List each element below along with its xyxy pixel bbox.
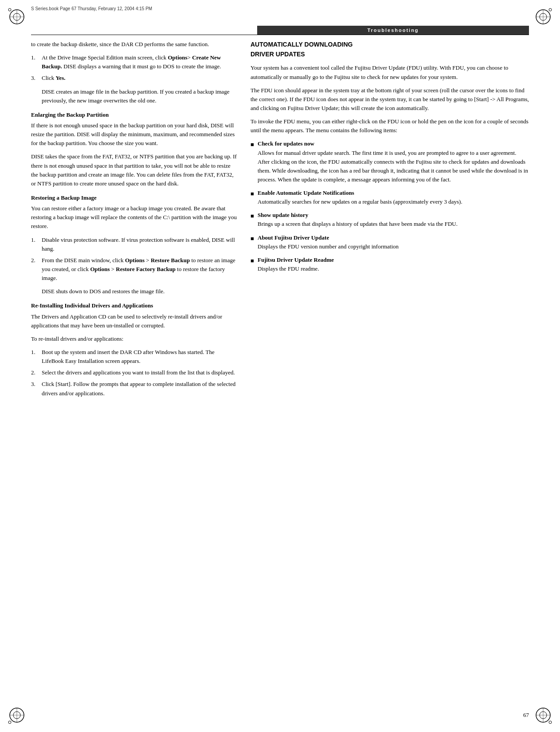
section-heading-enlarge: Enlarging the Backup Partition <box>31 110 237 119</box>
list-num: 1. <box>31 348 39 366</box>
bullet-content: Show update history Brings up a screen t… <box>258 211 529 228</box>
list-item: ■ About Fujitsu Driver Update Displays t… <box>251 233 529 251</box>
list-num: 1. <box>31 53 39 71</box>
section3-intro: To re-install drivers and/or application… <box>31 335 237 343</box>
list-content: Disable virus protection software. If vi… <box>42 236 237 253</box>
bullet-title: About Fujitsu Driver Update <box>258 234 329 241</box>
list-content: Select the drivers and applications you … <box>42 368 237 377</box>
corner-decoration-tr <box>534 8 552 26</box>
list-content: Boot up the system and insert the DAR CD… <box>42 348 237 366</box>
list-item: ■ Show update history Brings up a screen… <box>251 211 529 228</box>
right-intro-para2: The FDU icon should appear in the system… <box>251 86 529 113</box>
list-item: ■ Fujitsu Driver Update Readme Displays … <box>251 256 529 273</box>
bullet-body: Displays the FDU version number and copy… <box>258 243 399 250</box>
list-item: 2. Select the drivers and applications y… <box>31 368 237 377</box>
list-item: 3. Click [Start]. Follow the prompts tha… <box>31 380 237 397</box>
right-intro-para1: Your system has a convenient tool called… <box>251 63 529 81</box>
corner-decoration-bl <box>8 706 26 724</box>
bullet-title: Check for updates now <box>258 140 314 147</box>
header-bar: Troubleshooting <box>257 26 529 35</box>
bullet-title: Show update history <box>258 212 308 218</box>
sub-para-1: DISE creates an image file in the backup… <box>42 87 237 105</box>
right-main-heading: AUTOMATICALLY DOWNLOADING DRIVER UPDATES <box>251 40 529 59</box>
list-content: Click Yes. <box>42 74 237 83</box>
list-restore-steps-2: 1. Disable virus protection software. If… <box>31 236 237 283</box>
section2-body: You can restore either a factory image o… <box>31 204 237 231</box>
list-num: 2. <box>31 256 39 283</box>
list-content: At the Drive Image Special Edition main … <box>42 53 237 71</box>
section1-body: If there is not enough unused space in t… <box>31 121 237 148</box>
bullet-icon: ■ <box>251 256 255 273</box>
bullet-icon: ■ <box>251 212 255 228</box>
section-heading-restore: Restoring a Backup Image <box>31 193 237 202</box>
section1-para2: DISE takes the space from the FAT, FAT32… <box>31 152 237 188</box>
svg-point-19 <box>549 721 552 724</box>
right-invoke-para: To invoke the FDU menu, you can either r… <box>251 117 529 135</box>
list-item: 2. From the DISE main window, click Opti… <box>31 256 237 283</box>
list-item: ■ Check for updates now Allows for manua… <box>251 139 529 184</box>
bullet-title: Fujitsu Driver Update Readme <box>258 256 334 263</box>
page-number: 67 <box>523 712 529 719</box>
corner-decoration-br <box>534 706 552 724</box>
file-path: S Series.book Page 67 Thursday, February… <box>31 6 152 11</box>
svg-point-9 <box>549 8 552 11</box>
svg-point-14 <box>8 721 11 724</box>
left-column: to create the backup diskette, since the… <box>31 40 237 705</box>
list-num: 3. <box>31 380 39 397</box>
top-rule <box>31 35 529 35</box>
right-column: AUTOMATICALLY DOWNLOADING DRIVER UPDATES… <box>251 40 529 705</box>
corner-decoration-tl <box>8 8 26 26</box>
list-item: 1. Boot up the system and insert the DAR… <box>31 348 237 366</box>
list-item: 1. At the Drive Image Special Edition ma… <box>31 53 237 71</box>
list-num: 1. <box>31 236 39 253</box>
list-num: 2. <box>31 368 39 377</box>
bullet-content: Check for updates now Allows for manual … <box>258 139 529 184</box>
fdu-menu-list: ■ Check for updates now Allows for manua… <box>251 139 529 273</box>
bullet-content: Enable Automatic Update Notifications Au… <box>258 189 529 206</box>
bullet-icon: ■ <box>251 189 255 206</box>
list-item: 1. Disable virus protection software. If… <box>31 236 237 253</box>
bullet-body: Displays the FDU readme. <box>258 265 319 272</box>
bullet-body: Automatically searches for new updates o… <box>258 198 462 205</box>
list-item: ■ Enable Automatic Update Notifications … <box>251 189 529 206</box>
list-item: 3. Click Yes. <box>31 74 237 83</box>
bullet-body: Allows for manual driver update search. … <box>258 150 528 183</box>
section3-body: The Drivers and Application CD can be us… <box>31 312 237 330</box>
bullet-content: About Fujitsu Driver Update Displays the… <box>258 233 529 251</box>
list-reinstall-steps: 1. Boot up the system and insert the DAR… <box>31 348 237 398</box>
sub-para-2: DISE shuts down to DOS and restores the … <box>42 287 237 296</box>
section-heading-reinstall: Re-Installing Individual Drivers and App… <box>31 301 237 310</box>
left-intro-para: to create the backup diskette, since the… <box>31 40 237 49</box>
list-content: Click [Start]. Follow the prompts that a… <box>42 380 237 397</box>
bullet-title: Enable Automatic Update Notifications <box>258 189 354 196</box>
bullet-body: Brings up a screen that displays a histo… <box>258 220 458 227</box>
bullet-icon: ■ <box>251 234 255 251</box>
list-content: From the DISE main window, click Options… <box>42 256 237 283</box>
bullet-content: Fujitsu Driver Update Readme Displays th… <box>258 256 529 273</box>
content-area: to create the backup diskette, since the… <box>31 40 529 705</box>
list-restore-steps-1: 1. At the Drive Image Special Edition ma… <box>31 53 237 83</box>
svg-point-4 <box>8 8 11 11</box>
bullet-icon: ■ <box>251 140 255 184</box>
list-num: 3. <box>31 74 39 83</box>
